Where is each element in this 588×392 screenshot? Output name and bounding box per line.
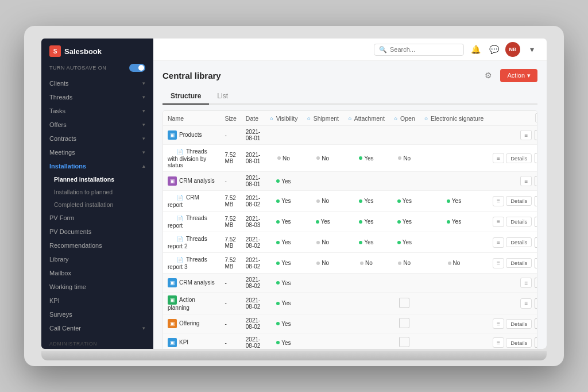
cell-open [389,333,420,349]
sidebar-item-pv-documents[interactable]: PV Documents [41,225,153,239]
cell-size: - [220,333,241,349]
autosave-toggle[interactable] [129,64,145,72]
logo-area: S Salesbook [41,39,153,62]
row-checkbox[interactable] [535,176,537,186]
row-menu-button[interactable]: ≡ [493,153,504,163]
open-checkbox[interactable] [399,298,409,308]
status-dot [276,302,280,305]
cell-open: No [389,145,420,172]
sidebar-item-pv-form[interactable]: PV Form [41,211,153,225]
status-dot [359,156,362,160]
chevron-down-icon: ▾ [142,80,145,86]
tab-list[interactable]: List [209,89,236,105]
table-row: 📄Threads report 37.52 MB2021-08-02YesNoN… [163,253,537,274]
tab-structure[interactable]: Structure [163,89,209,105]
sidebar-item-offers[interactable]: Offers ▾ [41,118,153,132]
cell-visibility: Yes [265,232,302,253]
sidebar-item-working-time[interactable]: Working time [41,280,153,294]
user-menu-chevron[interactable]: ▾ [525,43,539,56]
row-checkbox[interactable] [535,298,537,309]
row-checkbox[interactable] [535,130,537,140]
sidebar-item-tasks[interactable]: Tasks ▾ [41,104,153,118]
sidebar-item-call-center[interactable]: Call Center ▾ [41,321,153,335]
search-box[interactable]: 🔍 [374,44,464,56]
cell-open: Yes [389,191,420,212]
row-menu-button[interactable]: ≡ [520,130,532,140]
row-menu-button[interactable]: ≡ [520,278,532,288]
row-checkbox[interactable] [535,337,537,348]
action-button[interactable]: Action ▾ [500,69,537,82]
table-row: ▣CRM analysis-2021-08-01Yes≡+ [163,172,537,191]
folder-icon: ▣ [168,130,177,140]
row-checkbox[interactable] [535,196,537,206]
search-input[interactable] [390,46,459,53]
sidebar-item-surveys[interactable]: Surveys [41,308,153,321]
cell-open: No [389,253,420,274]
chat-icon[interactable]: 💬 [487,43,501,56]
details-button[interactable]: Details [506,258,532,268]
col-attachment: ○ Attachment [343,111,389,126]
row-menu-button[interactable]: ≡ [493,217,504,227]
cell-size: - [220,274,241,293]
row-menu-button[interactable]: ≡ [493,237,504,248]
cell-date: 2021-08-02 [241,191,265,212]
sidebar-item-threads[interactable]: Threads ▾ [41,90,153,104]
avatar[interactable]: NB [505,42,520,57]
row-menu-button[interactable]: ≡ [493,337,504,348]
row-checkbox[interactable] [535,153,537,163]
cell-shipment [302,293,343,314]
gear-icon[interactable]: ⚙ [481,68,496,83]
cell-actions: ≡Details+ [488,191,537,212]
topbar: 🔍 🔔 💬 NB ▾ [153,39,547,61]
sidebar-item-installations[interactable]: Installations ▴ [41,159,153,173]
cell-actions: ≡Details+ [488,253,537,274]
cell-electronic_signature [420,293,488,314]
open-checkbox[interactable] [399,337,409,347]
row-menu-button[interactable]: ≡ [493,318,504,329]
row-menu-button[interactable]: ≡ [520,176,532,186]
sidebar-item-label: Meetings [49,149,75,156]
row-menu-button[interactable]: ≡ [493,258,504,268]
sidebar-item-meetings[interactable]: Meetings ▾ [41,145,153,159]
sidebar-item-mailbox[interactable]: Mailbox [41,266,153,280]
status-dot [397,199,401,203]
table-wrapper: Name Size Date ○ Visibility ○ Shipment [163,110,537,349]
cell-visibility: No [265,145,302,172]
sidebar-sub-planned-installations[interactable]: Planned installations [41,173,153,186]
details-button[interactable]: Details [506,237,532,247]
row-menu-button[interactable]: ≡ [493,196,504,206]
details-button[interactable]: Details [506,153,532,163]
details-button[interactable]: Details [506,338,532,348]
cell-open [389,293,420,314]
sidebar-sub-installation-to-planned[interactable]: Installation to planned [41,186,153,198]
details-button[interactable]: Details [506,319,532,329]
details-button[interactable]: Details [506,196,532,206]
col-date: Date [241,111,265,126]
row-checkbox[interactable] [535,278,537,288]
sidebar-item-label: Mailbox [49,270,71,276]
row-checkbox[interactable] [535,237,537,248]
row-checkbox[interactable] [535,217,537,227]
sidebar-item-library[interactable]: Library [41,252,153,266]
sidebar-item-recommendations[interactable]: Recommendations [41,239,153,252]
row-checkbox[interactable] [535,318,537,329]
chevron-down-icon: ▾ [142,122,145,128]
sidebar-sub-completed-installation[interactable]: Completed installation [41,198,153,211]
col-open: ○ Open [389,111,420,126]
sidebar-item-label: Library [49,256,69,263]
table-row: ▣KPI-2021-08-02Yes≡Details+ [163,333,537,349]
notification-icon[interactable]: 🔔 [469,43,482,56]
cell-name: 📄Threads report [163,212,220,232]
status-dot [359,199,362,203]
open-checkbox[interactable] [399,318,409,328]
sidebar-item-kpi[interactable]: KPI [41,294,153,308]
cell-open [389,172,420,191]
row-menu-button[interactable]: ≡ [520,298,532,309]
cell-open: Yes [389,212,420,232]
row-checkbox[interactable] [535,258,537,268]
details-button[interactable]: Details [506,217,532,226]
page-header: Central library ⚙ Action ▾ [163,68,537,83]
sidebar-item-clients[interactable]: Clients ▾ [41,76,153,90]
status-dot [447,199,450,203]
sidebar-item-contracts[interactable]: Contracts ▾ [41,132,153,145]
